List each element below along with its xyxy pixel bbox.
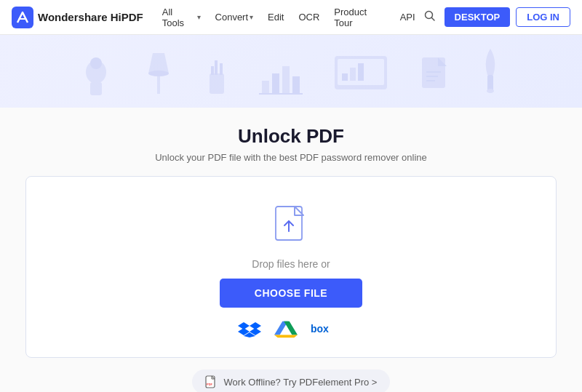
svg-rect-22 — [358, 63, 364, 81]
page-subtitle: Unlock your PDF file with the best PDF p… — [155, 152, 427, 163]
pdf-offline-icon: PDF — [205, 375, 218, 388]
svg-rect-10 — [215, 60, 218, 75]
offline-banner: PDF Work Offline? Try PDFelement Pro > — [192, 369, 391, 392]
svg-rect-14 — [272, 73, 279, 94]
nav-api[interactable]: API — [394, 9, 421, 25]
choose-file-button[interactable]: CHOOSE FILE — [220, 279, 362, 308]
nav-convert[interactable]: Convert ▾ — [210, 9, 260, 25]
navbar: Wondershare HiPDF All Tools ▾ Convert ▾ … — [0, 0, 582, 35]
svg-rect-6 — [157, 73, 160, 94]
nav-product-tour[interactable]: Product Tour — [328, 4, 391, 31]
nav-actions: DESKTOP LOG IN — [421, 7, 570, 27]
cloud-icons: box — [238, 321, 344, 337]
upload-icon — [271, 203, 311, 249]
svg-rect-28 — [487, 75, 493, 91]
svg-point-29 — [487, 89, 494, 93]
nav-edit[interactable]: Edit — [262, 9, 290, 25]
dropbox-icon[interactable] — [238, 321, 261, 337]
hero-banner — [0, 35, 582, 108]
main-content: Unlock PDF Unlock your PDF file with the… — [0, 108, 582, 392]
drop-zone[interactable]: Drop files here or CHOOSE FILE — [25, 176, 557, 358]
hero-illustrations — [79, 46, 503, 97]
nav-ocr[interactable]: OCR — [292, 9, 325, 25]
offline-pill[interactable]: PDF Work Offline? Try PDFelement Pro > — [192, 369, 391, 392]
svg-rect-9 — [210, 73, 224, 94]
search-icon — [424, 10, 436, 22]
search-button[interactable] — [421, 7, 439, 27]
chevron-down-icon: ▾ — [250, 13, 253, 21]
svg-rect-0 — [12, 7, 33, 28]
svg-rect-3 — [90, 82, 102, 95]
drop-text: Drop files here or — [252, 258, 330, 270]
svg-rect-21 — [350, 68, 356, 81]
nav-all-tools[interactable]: All Tools ▾ — [156, 4, 207, 31]
brand-name: Wondershare HiPDF — [38, 11, 143, 23]
box-icon[interactable]: box — [311, 321, 344, 337]
svg-text:box: box — [311, 323, 329, 335]
svg-rect-15 — [282, 66, 290, 94]
svg-point-5 — [90, 57, 102, 69]
svg-point-8 — [148, 71, 169, 76]
login-button[interactable]: LOG IN — [516, 7, 570, 27]
svg-line-2 — [431, 18, 434, 21]
chevron-down-icon: ▾ — [197, 13, 201, 21]
svg-marker-7 — [148, 53, 169, 73]
svg-rect-13 — [262, 81, 269, 94]
svg-rect-20 — [342, 73, 348, 81]
offline-label: Work Offline? Try PDFelement Pro > — [224, 377, 378, 388]
page-title: Unlock PDF — [238, 125, 344, 148]
file-upload-icon — [273, 205, 309, 247]
svg-rect-16 — [292, 76, 300, 94]
desktop-button[interactable]: DESKTOP — [445, 7, 511, 27]
logo[interactable]: Wondershare HiPDF — [12, 7, 143, 28]
svg-rect-23 — [351, 85, 371, 88]
svg-text:PDF: PDF — [207, 383, 213, 386]
svg-rect-11 — [220, 63, 223, 75]
nav-links: All Tools ▾ Convert ▾ Edit OCR Product T… — [156, 4, 421, 31]
google-drive-icon[interactable] — [274, 321, 298, 337]
svg-rect-12 — [211, 66, 214, 75]
